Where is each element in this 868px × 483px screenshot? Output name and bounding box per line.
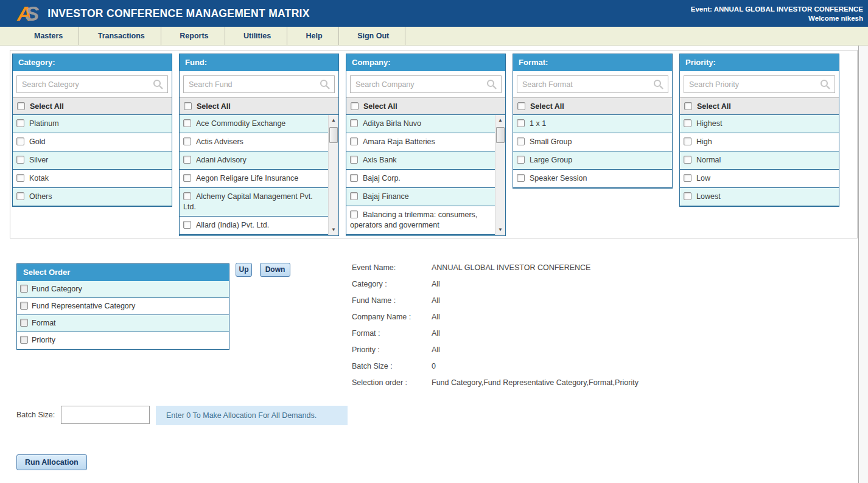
- fund-select-all[interactable]: Select All: [180, 97, 338, 115]
- fund-search-input[interactable]: [183, 75, 335, 93]
- list-item[interactable]: Amara Raja Batteries: [346, 133, 495, 151]
- checkbox[interactable]: [684, 174, 691, 182]
- list-item[interactable]: Large Group: [513, 151, 672, 170]
- list-item[interactable]: Fund Category: [17, 281, 229, 298]
- checkbox[interactable]: [183, 192, 191, 200]
- checkbox[interactable]: [517, 137, 525, 145]
- list-item[interactable]: Lowest: [680, 188, 839, 206]
- list-item[interactable]: Gold: [13, 133, 172, 151]
- checkbox[interactable]: [350, 119, 358, 127]
- checkbox[interactable]: [183, 174, 191, 182]
- scroll-up-icon[interactable]: ▲: [496, 116, 505, 125]
- checkbox[interactable]: [16, 137, 24, 145]
- scroll-down-icon[interactable]: ▼: [329, 225, 338, 235]
- list-item[interactable]: Bajaj Finance: [346, 188, 495, 206]
- checkbox[interactable]: [17, 102, 25, 110]
- checkbox[interactable]: [183, 221, 191, 229]
- list-item[interactable]: Fund Representative Category: [17, 298, 229, 315]
- up-button[interactable]: Up: [236, 263, 252, 277]
- list-item-label: Large Group: [530, 156, 572, 164]
- list-item[interactable]: Ace Commodity Exchange: [180, 115, 328, 133]
- down-button[interactable]: Down: [260, 263, 290, 277]
- list-item[interactable]: Normal: [680, 151, 839, 170]
- list-item[interactable]: Speaker Session: [513, 170, 672, 188]
- checkbox[interactable]: [684, 137, 691, 145]
- list-item[interactable]: Alchemy Capital Management Pvt. Ltd.: [180, 188, 328, 217]
- checkbox[interactable]: [684, 192, 691, 200]
- list-item[interactable]: Format: [17, 315, 229, 332]
- list-item[interactable]: Allard (India) Pvt. Ltd.: [180, 217, 328, 235]
- category-select-all[interactable]: Select All: [13, 97, 172, 115]
- checkbox[interactable]: [20, 336, 28, 344]
- list-item[interactable]: Actis Advisers: [180, 133, 328, 151]
- checkbox[interactable]: [20, 285, 28, 293]
- scrollbar-thumb[interactable]: [496, 127, 505, 143]
- company-search-input[interactable]: [350, 75, 502, 93]
- checkbox[interactable]: [183, 137, 191, 145]
- list-item[interactable]: Balancing a trilemma: consumers, operato…: [346, 206, 495, 235]
- priority-search-input[interactable]: [684, 75, 835, 93]
- category-search-input[interactable]: [16, 75, 168, 93]
- checkbox[interactable]: [517, 174, 525, 182]
- menu-item[interactable]: Help: [290, 27, 339, 45]
- list-item[interactable]: Highest: [680, 115, 839, 133]
- list-item[interactable]: Priority: [17, 332, 229, 349]
- list-item[interactable]: 1 x 1: [513, 115, 672, 133]
- list-item[interactable]: [180, 235, 328, 235]
- summary-label: Company Name :: [352, 312, 432, 322]
- format-search-input[interactable]: [517, 75, 668, 93]
- list-item[interactable]: Low: [680, 170, 839, 188]
- checkbox[interactable]: [16, 174, 24, 182]
- scrollbar-thumb[interactable]: [329, 127, 338, 143]
- checkbox[interactable]: [517, 156, 525, 164]
- menu-item[interactable]: Transactions: [82, 27, 161, 45]
- list-item[interactable]: Silver: [13, 151, 172, 170]
- menu-item[interactable]: Sign Out: [341, 27, 405, 45]
- scroll-up-icon[interactable]: ▲: [329, 116, 338, 125]
- batch-size-input[interactable]: [61, 406, 150, 424]
- list-item[interactable]: Bajaj Corp.: [346, 170, 495, 188]
- checkbox[interactable]: [350, 210, 358, 218]
- checkbox[interactable]: [350, 137, 358, 145]
- checkbox[interactable]: [517, 119, 525, 127]
- menu-item[interactable]: Reports: [164, 27, 225, 45]
- list-item[interactable]: [346, 235, 495, 235]
- scroll-down-icon[interactable]: ▼: [496, 225, 505, 235]
- list-item[interactable]: High: [680, 133, 839, 151]
- list-item[interactable]: Others: [13, 188, 172, 206]
- list-item[interactable]: Aegon Religare Life Insurance: [180, 170, 328, 188]
- checkbox[interactable]: [684, 156, 691, 164]
- checkbox[interactable]: [20, 302, 28, 310]
- list-item[interactable]: Platinum: [13, 115, 172, 133]
- checkbox[interactable]: [183, 156, 191, 164]
- checkbox[interactable]: [684, 102, 692, 110]
- select-all-label: Select All: [530, 102, 564, 111]
- menu-item[interactable]: Masters: [18, 27, 79, 45]
- checkbox[interactable]: [183, 119, 191, 127]
- list-item[interactable]: Kotak: [13, 170, 172, 188]
- menu-item[interactable]: Utilities: [228, 27, 287, 45]
- company-select-all[interactable]: Select All: [346, 97, 505, 115]
- checkbox[interactable]: [184, 102, 192, 110]
- list-item[interactable]: Axis Bank: [346, 151, 495, 170]
- list-item[interactable]: Adani Advisory: [180, 151, 328, 170]
- checkbox[interactable]: [684, 119, 691, 127]
- checkbox[interactable]: [16, 156, 24, 164]
- checkbox[interactable]: [20, 319, 28, 327]
- page-scrollbar[interactable]: [858, 46, 868, 483]
- checkbox[interactable]: [351, 102, 359, 110]
- list-item[interactable]: Small Group: [513, 133, 672, 151]
- checkbox[interactable]: [350, 174, 358, 182]
- checkbox[interactable]: [350, 192, 358, 200]
- checkbox[interactable]: [517, 102, 525, 110]
- format-select-all[interactable]: Select All: [513, 97, 672, 115]
- fund-list-scrollbar[interactable]: ▲ ▼: [328, 115, 338, 235]
- list-item-label: Gold: [29, 137, 45, 146]
- run-allocation-button[interactable]: Run Allocation: [16, 454, 87, 470]
- checkbox[interactable]: [350, 156, 358, 164]
- list-item[interactable]: Aditya Birla Nuvo: [346, 115, 495, 133]
- company-list-scrollbar[interactable]: ▲ ▼: [495, 115, 505, 235]
- checkbox[interactable]: [16, 192, 24, 200]
- priority-select-all[interactable]: Select All: [680, 97, 839, 115]
- checkbox[interactable]: [16, 119, 24, 127]
